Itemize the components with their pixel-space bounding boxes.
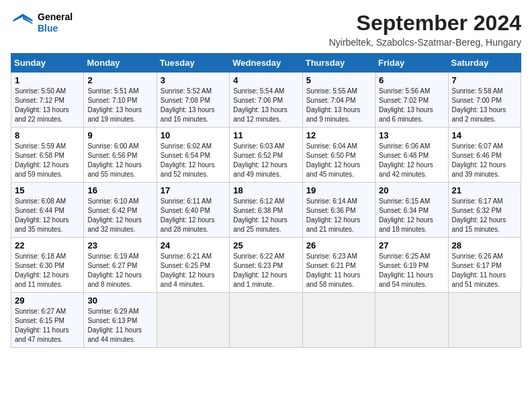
calendar-cell: 29Sunrise: 6:27 AM Sunset: 6:15 PM Dayli… (11, 293, 84, 348)
day-number: 30 (87, 295, 152, 306)
calendar-cell: 23Sunrise: 6:19 AM Sunset: 6:27 PM Dayli… (84, 238, 157, 293)
day-content: Sunrise: 5:51 AM Sunset: 7:10 PM Dayligh… (87, 87, 152, 124)
day-number: 2 (87, 75, 152, 85)
calendar-cell (302, 293, 375, 348)
calendar-table: SundayMondayTuesdayWednesdayThursdayFrid… (11, 53, 521, 348)
calendar-cell: 22Sunrise: 6:18 AM Sunset: 6:30 PM Dayli… (11, 238, 84, 293)
day-content: Sunrise: 6:02 AM Sunset: 6:54 PM Dayligh… (161, 142, 226, 179)
calendar-cell: 3Sunrise: 5:52 AM Sunset: 7:08 PM Daylig… (157, 73, 229, 128)
day-number: 16 (87, 185, 152, 195)
day-content: Sunrise: 5:54 AM Sunset: 7:06 PM Dayligh… (233, 87, 298, 124)
calendar-cell: 8Sunrise: 5:59 AM Sunset: 6:58 PM Daylig… (11, 128, 84, 183)
day-content: Sunrise: 6:21 AM Sunset: 6:25 PM Dayligh… (161, 252, 226, 289)
calendar-cell: 10Sunrise: 6:02 AM Sunset: 6:54 PM Dayli… (157, 128, 229, 183)
day-content: Sunrise: 6:27 AM Sunset: 6:15 PM Dayligh… (15, 307, 80, 345)
weekday-header-thursday: Thursday (302, 54, 375, 73)
day-number: 21 (452, 185, 517, 195)
day-content: Sunrise: 6:23 AM Sunset: 6:21 PM Dayligh… (306, 252, 371, 289)
weekday-header-saturday: Saturday (448, 54, 521, 73)
logo: General Blue (11, 11, 73, 35)
day-number: 10 (161, 130, 226, 140)
weekday-header-tuesday: Tuesday (157, 54, 229, 73)
day-number: 20 (379, 185, 444, 195)
day-number: 1 (15, 75, 80, 85)
calendar-cell: 17Sunrise: 6:11 AM Sunset: 6:40 PM Dayli… (157, 183, 229, 238)
day-number: 6 (379, 75, 444, 85)
day-number: 5 (306, 75, 371, 85)
day-number: 25 (233, 240, 298, 250)
calendar-cell (375, 293, 448, 348)
day-content: Sunrise: 5:55 AM Sunset: 7:04 PM Dayligh… (306, 87, 371, 124)
calendar-cell: 20Sunrise: 6:15 AM Sunset: 6:34 PM Dayli… (375, 183, 448, 238)
calendar-cell: 18Sunrise: 6:12 AM Sunset: 6:38 PM Dayli… (230, 183, 302, 238)
calendar-cell: 28Sunrise: 6:26 AM Sunset: 6:17 PM Dayli… (448, 238, 521, 293)
day-content: Sunrise: 6:14 AM Sunset: 6:36 PM Dayligh… (306, 197, 371, 234)
day-number: 27 (379, 240, 444, 250)
weekday-header-sunday: Sunday (11, 54, 84, 73)
calendar-cell: 11Sunrise: 6:03 AM Sunset: 6:52 PM Dayli… (230, 128, 302, 183)
month-title: September 2024 (329, 11, 521, 36)
calendar-cell: 15Sunrise: 6:08 AM Sunset: 6:44 PM Dayli… (11, 183, 84, 238)
day-number: 17 (161, 185, 226, 195)
calendar-cell: 12Sunrise: 6:04 AM Sunset: 6:50 PM Dayli… (302, 128, 375, 183)
calendar-cell: 14Sunrise: 6:07 AM Sunset: 6:46 PM Dayli… (448, 128, 521, 183)
calendar-cell: 5Sunrise: 5:55 AM Sunset: 7:04 PM Daylig… (302, 73, 375, 128)
weekday-header-wednesday: Wednesday (230, 54, 302, 73)
day-content: Sunrise: 6:11 AM Sunset: 6:40 PM Dayligh… (161, 197, 226, 234)
day-content: Sunrise: 6:26 AM Sunset: 6:17 PM Dayligh… (452, 252, 517, 289)
logo-icon (11, 11, 35, 35)
calendar-cell: 4Sunrise: 5:54 AM Sunset: 7:06 PM Daylig… (230, 73, 302, 128)
weekday-header-friday: Friday (375, 54, 448, 73)
calendar-cell: 6Sunrise: 5:56 AM Sunset: 7:02 PM Daylig… (375, 73, 448, 128)
day-number: 11 (233, 130, 298, 140)
day-content: Sunrise: 6:15 AM Sunset: 6:34 PM Dayligh… (379, 197, 444, 234)
day-number: 29 (15, 295, 80, 306)
day-number: 23 (87, 240, 152, 250)
day-content: Sunrise: 6:06 AM Sunset: 6:48 PM Dayligh… (379, 142, 444, 179)
day-number: 22 (15, 240, 80, 250)
calendar-cell (448, 293, 521, 348)
day-content: Sunrise: 6:10 AM Sunset: 6:42 PM Dayligh… (87, 197, 152, 234)
day-content: Sunrise: 6:04 AM Sunset: 6:50 PM Dayligh… (306, 142, 371, 179)
calendar-cell: 21Sunrise: 6:17 AM Sunset: 6:32 PM Dayli… (448, 183, 521, 238)
calendar-cell: 24Sunrise: 6:21 AM Sunset: 6:25 PM Dayli… (157, 238, 229, 293)
calendar-cell: 1Sunrise: 5:50 AM Sunset: 7:12 PM Daylig… (11, 73, 84, 128)
day-content: Sunrise: 5:50 AM Sunset: 7:12 PM Dayligh… (15, 87, 80, 124)
calendar-cell: 16Sunrise: 6:10 AM Sunset: 6:42 PM Dayli… (84, 183, 157, 238)
calendar-cell: 30Sunrise: 6:29 AM Sunset: 6:13 PM Dayli… (84, 293, 157, 348)
day-number: 9 (87, 130, 152, 140)
weekday-header-monday: Monday (84, 54, 157, 73)
day-number: 28 (452, 240, 517, 250)
day-content: Sunrise: 5:52 AM Sunset: 7:08 PM Dayligh… (161, 87, 226, 124)
calendar-cell: 2Sunrise: 5:51 AM Sunset: 7:10 PM Daylig… (84, 73, 157, 128)
day-number: 7 (452, 75, 517, 85)
day-content: Sunrise: 6:19 AM Sunset: 6:27 PM Dayligh… (87, 252, 152, 289)
day-number: 26 (306, 240, 371, 250)
location: Nyirbeltek, Szabolcs-Szatmar-Bereg, Hung… (329, 37, 521, 48)
day-number: 12 (306, 130, 371, 140)
day-number: 13 (379, 130, 444, 140)
day-content: Sunrise: 6:03 AM Sunset: 6:52 PM Dayligh… (233, 142, 298, 179)
day-content: Sunrise: 6:18 AM Sunset: 6:30 PM Dayligh… (15, 252, 80, 289)
calendar-cell: 25Sunrise: 6:22 AM Sunset: 6:23 PM Dayli… (230, 238, 302, 293)
day-number: 3 (161, 75, 226, 85)
calendar-cell: 27Sunrise: 6:25 AM Sunset: 6:19 PM Dayli… (375, 238, 448, 293)
calendar-cell: 9Sunrise: 6:00 AM Sunset: 6:56 PM Daylig… (84, 128, 157, 183)
day-content: Sunrise: 6:00 AM Sunset: 6:56 PM Dayligh… (87, 142, 152, 179)
day-number: 18 (233, 185, 298, 195)
calendar-cell: 13Sunrise: 6:06 AM Sunset: 6:48 PM Dayli… (375, 128, 448, 183)
day-number: 8 (15, 130, 80, 140)
day-content: Sunrise: 6:08 AM Sunset: 6:44 PM Dayligh… (15, 197, 80, 234)
day-number: 14 (452, 130, 517, 140)
day-number: 15 (15, 185, 80, 195)
calendar-cell: 7Sunrise: 5:58 AM Sunset: 7:00 PM Daylig… (448, 73, 521, 128)
day-content: Sunrise: 6:12 AM Sunset: 6:38 PM Dayligh… (233, 197, 298, 234)
day-content: Sunrise: 6:29 AM Sunset: 6:13 PM Dayligh… (87, 307, 152, 345)
day-content: Sunrise: 5:58 AM Sunset: 7:00 PM Dayligh… (452, 87, 517, 124)
day-content: Sunrise: 6:25 AM Sunset: 6:19 PM Dayligh… (379, 252, 444, 289)
day-number: 4 (233, 75, 298, 85)
calendar-cell: 19Sunrise: 6:14 AM Sunset: 6:36 PM Dayli… (302, 183, 375, 238)
day-number: 24 (161, 240, 226, 250)
day-number: 19 (306, 185, 371, 195)
calendar-cell (157, 293, 229, 348)
